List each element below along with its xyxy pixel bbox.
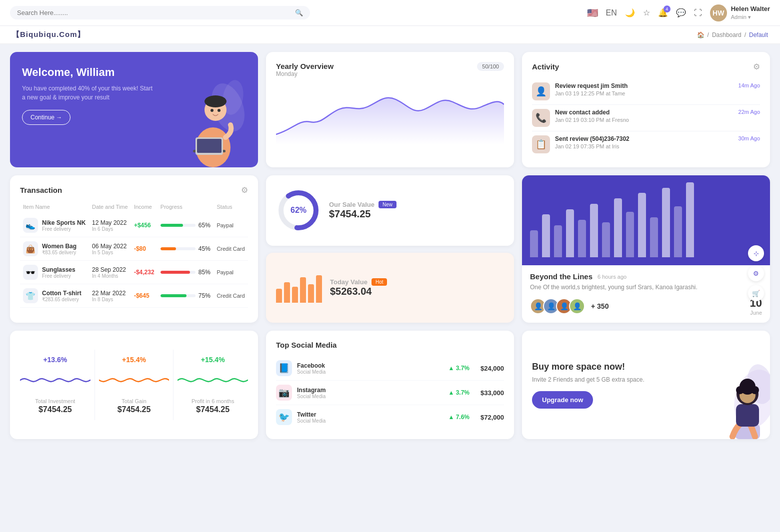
today-amount: $5263.04 xyxy=(330,286,387,297)
beyond-bar xyxy=(566,209,574,257)
social-title: Top Social Media xyxy=(276,341,504,349)
status-cell: Paypal xyxy=(214,261,248,284)
status-cell: Credit Card xyxy=(214,237,248,261)
item-cell: 👟 Nike Sports NK Free delivery xyxy=(20,214,89,237)
stat-amount: $7454.25 xyxy=(99,405,170,414)
stat-item: +15.4% Total Gain $7454.25 xyxy=(99,356,170,414)
search-input[interactable] xyxy=(17,9,291,16)
today-value-card: Today Value Hot $5263.04 xyxy=(266,253,514,323)
continue-button[interactable]: Continue → xyxy=(22,110,70,125)
item-name: Women Bag xyxy=(42,243,76,250)
beyond-bar xyxy=(578,220,586,257)
activity-item: 📞 New contact added Jan 02 19 03:10 PM a… xyxy=(532,105,760,131)
today-label: Today Value xyxy=(330,278,368,286)
stat-divider xyxy=(94,350,95,421)
progress-cell: 65% xyxy=(158,214,214,237)
stat-item: +13.6% Total Investment $7454.25 xyxy=(20,356,90,414)
progress-bar xyxy=(160,247,176,250)
item-icon: 👕 xyxy=(23,288,38,303)
table-header: Item Name xyxy=(20,202,89,214)
beyond-chart xyxy=(522,175,770,265)
notification-icon[interactable]: 🔔 4 xyxy=(658,8,668,17)
yearly-title: Yearly Overview Monday xyxy=(276,62,334,82)
svg-rect-15 xyxy=(736,404,759,427)
today-info: Today Value Hot $5263.04 xyxy=(330,278,387,297)
dark-mode-icon[interactable]: 🌙 xyxy=(625,8,635,17)
table-header: Date and Time xyxy=(89,202,131,214)
progress-cell: 75% xyxy=(158,284,214,308)
sale-value-card: 62% Our Sale Value New $7454.25 xyxy=(266,175,514,246)
beyond-date-month: June xyxy=(750,310,762,316)
activity-thumb: 📞 xyxy=(532,109,550,127)
date-cell: 06 May 2022 In 5 Days xyxy=(89,237,131,261)
beyond-cart-icon[interactable]: 🛒 xyxy=(748,285,764,301)
status-cell: Paypal xyxy=(214,214,248,237)
beyond-bar xyxy=(626,212,634,257)
activity-desc: Jan 03 19 12:25 PM at Tame xyxy=(555,90,734,96)
table-header: Income xyxy=(131,202,158,214)
income-cell: -$80 xyxy=(131,237,158,261)
social-value: $33,000 xyxy=(480,389,504,397)
beyond-gear-icon[interactable]: ⚙ xyxy=(748,265,764,281)
new-badge: New xyxy=(378,201,396,208)
social-name: Facebook xyxy=(297,362,326,369)
item-name: Cotton T-shirt xyxy=(42,290,82,297)
activity-desc: Jan 02 19 03:10 PM at Fresno xyxy=(555,117,734,123)
transaction-table: Item NameDate and TimeIncomeProgressStat… xyxy=(20,202,248,308)
item-name: Nike Sports NK xyxy=(42,219,86,226)
fullscreen-icon[interactable]: ⛶ xyxy=(694,8,702,17)
activity-info: New contact added Jan 02 19 03:10 PM at … xyxy=(555,109,734,123)
search-icon: 🔍 xyxy=(295,9,303,16)
transaction-header: Transaction ⚙ xyxy=(20,185,248,195)
date-sub: In 6 Days xyxy=(92,226,128,232)
stat-pct: +13.6% xyxy=(20,356,90,364)
upgrade-illustration xyxy=(700,359,770,439)
hot-badge: Hot xyxy=(372,278,388,286)
progress-bar xyxy=(160,224,184,227)
activity-name: Review request jim Smith xyxy=(555,82,734,89)
date-cell: 22 Mar 2022 In 8 Days xyxy=(89,284,131,308)
beyond-bar xyxy=(638,193,646,257)
chat-icon[interactable]: 💬 xyxy=(676,8,686,17)
home-icon[interactable]: 🏠 xyxy=(697,31,704,38)
today-bar xyxy=(284,282,290,303)
item-icon: 🕶️ xyxy=(23,265,38,280)
activity-item: 📋 Sent review (504)236-7302 Jan 02 19 07… xyxy=(532,131,760,157)
activity-title: Activity xyxy=(532,62,559,71)
table-header: Progress xyxy=(158,202,214,214)
transaction-settings-icon[interactable]: ⚙ xyxy=(241,185,248,195)
activity-settings-icon[interactable]: ⚙ xyxy=(753,62,760,71)
item-sub: ₹83.65 delivery xyxy=(42,250,76,255)
transaction-card: Transaction ⚙ Item NameDate and TimeInco… xyxy=(10,175,258,323)
beyond-avatars-row: 👤 👤 👤 👤 + 350 xyxy=(530,298,608,314)
beyond-plus-count: + 350 xyxy=(591,302,608,310)
activity-name: Sent review (504)236-7302 xyxy=(555,135,734,142)
upgrade-desc: Invite 2 Friends and get 5 GB extra spac… xyxy=(532,376,669,383)
item-sub: Free delivery xyxy=(42,226,86,232)
beyond-info: Beyond the Lines 6 hours ago One Of the … xyxy=(522,265,770,323)
beyond-cursor-icon[interactable]: ⊹ xyxy=(748,245,764,261)
activity-card: Activity ⚙ 👤 Review request jim Smith Ja… xyxy=(522,52,770,167)
activity-time: 14m Ago xyxy=(738,82,760,88)
yearly-header: Yearly Overview Monday 50/100 xyxy=(276,62,504,82)
social-info: Instagram Social Media xyxy=(297,387,326,399)
activity-info: Sent review (504)236-7302 Jan 02 19 07:3… xyxy=(555,135,734,149)
main-content: Welcome, William You have completed 40% … xyxy=(0,44,780,447)
item-icon: 👟 xyxy=(23,218,38,233)
progress-bar xyxy=(160,271,190,274)
transaction-title: Transaction xyxy=(20,186,62,194)
bookmark-icon[interactable]: ☆ xyxy=(643,8,650,17)
beyond-bar xyxy=(530,230,538,257)
stat-label: Profit in 6 months xyxy=(178,398,248,404)
lang-label[interactable]: EN xyxy=(606,8,617,17)
progress-pct: 75% xyxy=(198,292,210,299)
activity-header: Activity ⚙ xyxy=(532,62,760,71)
breadcrumb-dashboard[interactable]: Dashboard xyxy=(712,31,742,38)
progress-pct: 45% xyxy=(198,245,210,252)
svg-point-4 xyxy=(204,95,226,107)
user-menu[interactable]: HW Helen Walter Admin ▾ xyxy=(710,4,770,21)
upgrade-button[interactable]: Upgrade now xyxy=(532,391,593,409)
wave-chart xyxy=(178,368,248,393)
activity-desc: Jan 02 19 07:35 PM at Iris xyxy=(555,143,734,149)
date-sub: In 5 Days xyxy=(92,250,128,255)
